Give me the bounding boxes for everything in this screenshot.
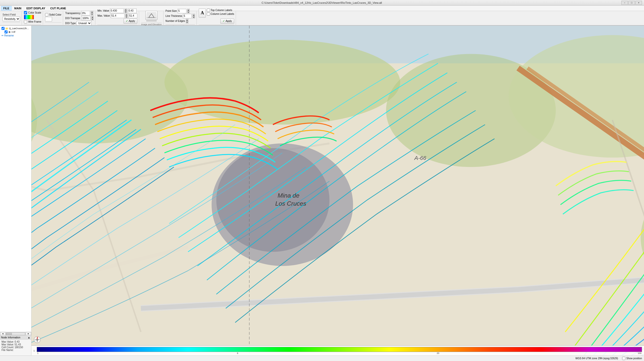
wire-frame-checkbox[interactable] bbox=[24, 20, 27, 23]
title-bar: C:\Users\Toke\Downloads\484_v4_12Hz_LasC… bbox=[0, 0, 644, 6]
node-file-label: File Name: bbox=[2, 349, 14, 351]
point-size-up[interactable]: ▲ bbox=[187, 9, 190, 11]
node-info-panel: Node Information ▲ Max Value: 0.43 Max V… bbox=[0, 335, 31, 355]
show-position-checkbox[interactable] bbox=[622, 357, 625, 360]
main-area: 📁 Q_LasCruces12hz_NormalCol... 🗎 n.tif ✏… bbox=[0, 26, 644, 355]
layer-icon-0: 📁 bbox=[5, 27, 8, 30]
max-spinner[interactable]: ▲ ▼ bbox=[125, 14, 128, 18]
line-thickness-spinner[interactable]: ▲ ▼ bbox=[192, 14, 195, 18]
layer-item-1[interactable]: 🗎 n.tif bbox=[1, 30, 30, 34]
max-value-label: Max. Value bbox=[97, 14, 110, 17]
num-edges-up[interactable]: ▲ bbox=[186, 19, 188, 21]
point-size-input[interactable] bbox=[178, 9, 186, 13]
change-font-button[interactable]: A bbox=[199, 9, 206, 18]
apply-button-2[interactable]: ✓ Apply bbox=[220, 19, 234, 24]
menu-main[interactable]: MAIN bbox=[12, 6, 24, 11]
close-button[interactable]: × bbox=[635, 1, 642, 5]
color-tick-2: 6 bbox=[237, 352, 238, 354]
layer-checkbox-1[interactable] bbox=[5, 30, 8, 33]
menu-cut-plane[interactable]: CUT PLANE bbox=[48, 6, 68, 11]
scroll-left-btn[interactable]: ◄ bbox=[0, 332, 6, 336]
status-crs: WGS 84 UTM zone 29N (epsg:32629) bbox=[575, 357, 618, 360]
transparency-spinner[interactable]: ▲ ▼ bbox=[91, 11, 93, 15]
layer-tree: 📁 Q_LasCruces12hz_NormalCol... 🗎 n.tif ✏… bbox=[0, 26, 31, 332]
left-panel: 📁 Q_LasCruces12hz_NormalCol... 🗎 n.tif ✏… bbox=[0, 26, 31, 355]
node-info-expand[interactable]: ▲ bbox=[28, 336, 30, 339]
minmax-group: Min. Value ▲ ▼ Max. Value ▲ ▼ ✓ Apply Th… bbox=[96, 11, 139, 25]
elevation-group: Image and Elevation bbox=[140, 11, 164, 25]
node-max-val: 0.43 bbox=[15, 340, 19, 343]
line-thickness-input[interactable] bbox=[183, 14, 192, 18]
max-value-input[interactable] bbox=[111, 14, 125, 18]
color-tick-3: 20 bbox=[437, 352, 439, 354]
node-file-row: File Name: bbox=[2, 349, 30, 351]
menu-edit-display[interactable]: EDIT DISPLAY bbox=[24, 6, 48, 11]
max-value-right[interactable] bbox=[129, 14, 137, 18]
svg-point-14 bbox=[216, 148, 330, 252]
transparency-up[interactable]: ▲ bbox=[91, 11, 93, 13]
min-value-right[interactable] bbox=[128, 9, 137, 13]
doi-trans-up[interactable]: ▲ bbox=[91, 16, 94, 18]
show-position-row: Show position bbox=[622, 357, 642, 360]
solid-color-group: Solid Color bbox=[44, 11, 63, 25]
node-max2-row: Max Value: 51.43 bbox=[2, 343, 30, 346]
apply-button-1[interactable]: ✓ Apply bbox=[124, 19, 137, 24]
field-select[interactable]: Resistivity bbox=[3, 17, 20, 21]
color-scale-checkbox[interactable] bbox=[24, 11, 27, 14]
toolbar: Select Field Resistivity Color Scale Wir… bbox=[0, 11, 644, 26]
color-bar-wrapper: 1 6 20 100 bbox=[37, 347, 642, 354]
scroll-right-btn[interactable]: ► bbox=[26, 332, 31, 336]
color-tick-1: 1 bbox=[37, 352, 38, 354]
elevation-icon[interactable] bbox=[145, 11, 157, 20]
transparency-label: Transparency bbox=[65, 12, 80, 15]
node-max2-label: Max Value: bbox=[2, 343, 15, 346]
transparency-input[interactable] bbox=[81, 11, 90, 15]
max-up[interactable]: ▲ bbox=[125, 14, 128, 16]
maximize-button[interactable]: □ bbox=[628, 1, 635, 5]
node-max-row: Max Value: 0.43 bbox=[2, 340, 30, 343]
map-svg: Mina de Los Cruces A-66 A-160 A-49 SP-40… bbox=[31, 26, 644, 355]
layer-checkbox-0[interactable] bbox=[2, 27, 5, 30]
solid-color-checkbox[interactable] bbox=[45, 13, 48, 16]
h-scrollbar[interactable]: ◄ ► bbox=[0, 332, 31, 335]
num-edges-label: Number of Edges bbox=[166, 20, 185, 22]
doi-trans-spinner[interactable]: ▲ ▼ bbox=[91, 16, 94, 20]
doi-trans-down[interactable]: ▼ bbox=[91, 18, 94, 20]
point-size-spinner[interactable]: ▲ ▼ bbox=[187, 9, 190, 13]
min-up[interactable]: ▲ bbox=[125, 9, 127, 11]
menu-file[interactable]: FILE bbox=[1, 6, 12, 11]
color-scale-swatch[interactable] bbox=[24, 15, 34, 19]
doi-trans-input[interactable] bbox=[82, 16, 90, 20]
min-value-input[interactable] bbox=[110, 9, 124, 13]
num-edges-spinner[interactable]: ▲ ▼ bbox=[186, 19, 188, 23]
point-size-down[interactable]: ▼ bbox=[187, 11, 190, 13]
col-level-labels-label: Column Level Labels bbox=[211, 13, 234, 15]
col-level-labels-checkbox[interactable] bbox=[207, 12, 210, 16]
solid-color-swatch[interactable] bbox=[45, 17, 52, 21]
minimize-button[interactable]: − bbox=[621, 1, 628, 5]
line-thickness-down[interactable]: ▼ bbox=[192, 16, 195, 18]
scroll-thumb[interactable] bbox=[6, 333, 12, 335]
layer-item-0[interactable]: 📁 Q_LasCruces12hz_NormalCol... bbox=[1, 27, 30, 30]
node-info-header: Node Information ▲ bbox=[0, 336, 31, 340]
compass: N bbox=[33, 336, 41, 343]
rename-icon: ✏ bbox=[2, 34, 4, 37]
top-col-labels-checkbox[interactable] bbox=[207, 9, 210, 12]
elevation-value bbox=[146, 20, 156, 21]
svg-text:Mina de: Mina de bbox=[278, 192, 300, 199]
min-down[interactable]: ▼ bbox=[125, 11, 127, 13]
color-bar-min: 1 bbox=[33, 349, 35, 352]
transparency-down[interactable]: ▼ bbox=[91, 13, 93, 15]
viewport[interactable]: Mina de Los Cruces A-66 A-160 A-49 SP-40… bbox=[31, 26, 644, 355]
color-bar-container: 1 1 6 20 100 bbox=[31, 345, 644, 355]
window-controls: − □ × bbox=[621, 1, 642, 5]
max-down[interactable]: ▼ bbox=[125, 16, 128, 18]
num-edges-down[interactable]: ▼ bbox=[186, 21, 188, 23]
rename-row[interactable]: ✏ Rename bbox=[1, 34, 30, 37]
apply-label-1: Apply bbox=[129, 20, 135, 22]
line-thickness-up[interactable]: ▲ bbox=[192, 14, 195, 16]
scroll-track[interactable] bbox=[6, 333, 25, 335]
node-max2-val: 51.43 bbox=[15, 343, 21, 346]
doi-type-select[interactable]: Unavailable bbox=[76, 21, 92, 25]
min-spinner[interactable]: ▲ ▼ bbox=[125, 9, 127, 13]
